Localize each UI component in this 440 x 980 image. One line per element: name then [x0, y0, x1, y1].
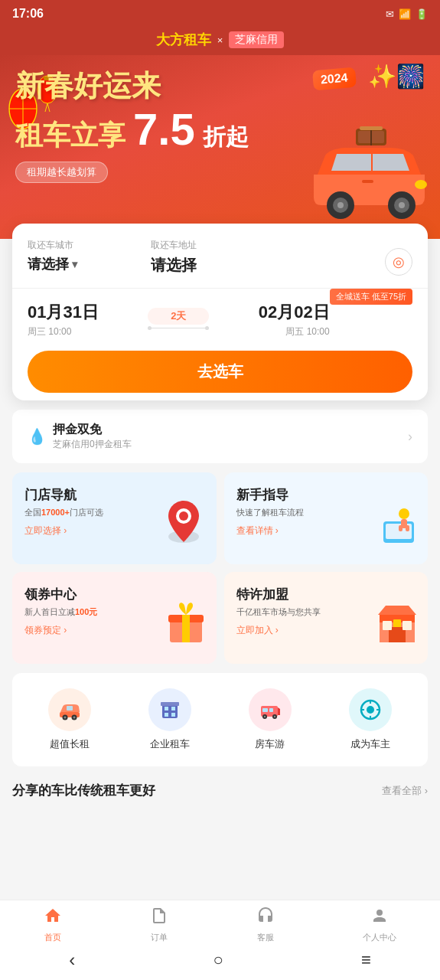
deposit-info: 💧 押金双免 芝麻信用0押金租车: [28, 422, 132, 451]
long-rent-label: 超值长租: [50, 737, 90, 751]
year-badge: 2024: [312, 67, 357, 91]
card-coupon[interactable]: 领券中心 新人首日立减100元 领券预定 ›: [12, 572, 217, 664]
nav-orders-label: 订单: [151, 932, 168, 943]
car-owner-icon: [349, 688, 392, 731]
section-more[interactable]: 查看全部 ›: [382, 784, 428, 798]
svg-rect-40: [403, 621, 412, 630]
status-icons: ✉ 📶 🔋: [386, 8, 428, 20]
banner-line1: 新春好运来: [15, 70, 249, 103]
car-owner-label: 成为车主: [350, 737, 390, 751]
svg-rect-31: [406, 525, 409, 531]
svg-rect-38: [393, 619, 401, 627]
partner-name: 芝麻信用: [229, 31, 284, 48]
battery-icon: 🔋: [416, 8, 428, 20]
quick-rv[interactable]: 房车游: [249, 688, 292, 751]
gps-button[interactable]: ◎: [385, 248, 412, 276]
start-date[interactable]: 01月31日 周三 10:00: [28, 301, 148, 338]
back-button[interactable]: ‹: [69, 949, 75, 971]
profile-icon: [370, 906, 389, 929]
card-franchise[interactable]: 特许加盟 千亿租车市场与您共享 立即加入 ›: [224, 572, 429, 664]
card-image: [161, 598, 210, 656]
city-value[interactable]: 请选择 ▾: [28, 255, 139, 273]
nav-home[interactable]: 首页: [44, 906, 62, 943]
svg-rect-46: [67, 706, 73, 710]
card-image: [372, 598, 422, 656]
quick-enterprise[interactable]: 企业租车: [148, 688, 191, 751]
orders-icon: [150, 906, 168, 929]
address-field[interactable]: 取还车地址 请选择: [151, 239, 373, 276]
search-form: 取还车城市 请选择 ▾ 取还车地址 请选择 ◎ 全城送车 低至75折 01月31…: [12, 224, 428, 400]
long-rent-icon: [48, 688, 91, 731]
svg-point-43: [64, 717, 67, 719]
deposit-text: 押金双免 芝麻信用0押金租车: [53, 422, 132, 451]
svg-rect-22: [362, 180, 373, 183]
nav-orders[interactable]: 订单: [150, 906, 168, 943]
nav-profile[interactable]: 个人中心: [363, 906, 396, 943]
system-bar: ‹ ○ ≡: [0, 946, 440, 980]
fireworks-decoration: ✨🎆: [368, 63, 425, 90]
address-label: 取还车地址: [151, 239, 373, 252]
car-illustration: [302, 125, 432, 227]
section-title: 分享的车比传统租车更好: [12, 782, 155, 799]
brand-bar: 大方租车 × 芝麻信用: [0, 28, 440, 55]
nav-home-label: 首页: [44, 932, 61, 943]
svg-point-28: [399, 508, 409, 519]
card-image: [372, 498, 422, 557]
svg-rect-55: [269, 708, 273, 712]
svg-point-45: [73, 717, 76, 719]
svg-rect-51: [171, 713, 175, 717]
banner-text: 新春好运来 租车立享 7.5 折起 租期越长越划算: [15, 70, 249, 183]
enterprise-label: 企业租车: [150, 737, 190, 751]
deposit-arrow: ›: [408, 429, 412, 445]
rv-label: 房车游: [255, 737, 285, 751]
city-dropdown-arrow: ▾: [72, 258, 77, 270]
quick-services: 超值长租 企业租车: [12, 673, 428, 766]
deposit-banner[interactable]: 💧 押金双免 芝麻信用0押金租车 ›: [12, 410, 428, 463]
card-guide[interactable]: 新手指导 快速了解租车流程 查看详情 ›: [224, 472, 429, 564]
service-icon: [256, 906, 275, 929]
promo-banner: 新春好运来 租车立享 7.5 折起 租期越长越划算 2024 ✨🎆: [0, 55, 440, 239]
end-date[interactable]: 02月02日 周五 10:00: [209, 301, 329, 338]
card-store-nav[interactable]: 门店导航 全国17000+门店可选 立即选择 ›: [12, 472, 217, 564]
status-time: 17:06: [12, 7, 44, 21]
bottom-nav: 首页 订单 客服 个人中心: [0, 900, 440, 946]
svg-rect-48: [165, 707, 168, 710]
nav-profile-label: 个人中心: [363, 932, 396, 943]
deposit-icon: 💧: [28, 427, 47, 446]
brand-name: 大方租车: [156, 31, 211, 49]
promo-badge: 全城送车 低至75折: [330, 289, 412, 305]
address-value[interactable]: 请选择: [151, 255, 373, 276]
svg-rect-39: [383, 621, 392, 630]
nav-service-label: 客服: [257, 932, 274, 943]
svg-point-59: [274, 716, 275, 717]
enterprise-icon: [148, 688, 191, 731]
status-bar: 17:06 ✉ 📶 🔋: [0, 0, 440, 28]
city-address-row: 取还车城市 请选择 ▾ 取还车地址 请选择 ◎: [28, 239, 412, 276]
quick-car-owner[interactable]: 成为车主: [349, 688, 392, 751]
home-button[interactable]: ○: [213, 950, 223, 970]
section-header: 分享的车比传统租车更好 查看全部 ›: [12, 776, 428, 805]
svg-rect-14: [360, 126, 383, 130]
banner-subtitle: 租期越长越划算: [15, 162, 108, 183]
svg-rect-34: [182, 615, 190, 642]
city-field[interactable]: 取还车城市 请选择 ▾: [28, 239, 139, 276]
svg-point-57: [264, 716, 266, 717]
nav-service[interactable]: 客服: [256, 906, 275, 943]
banner-line2: 租车立享 7.5 折起: [15, 103, 249, 156]
svg-point-20: [399, 202, 405, 208]
menu-button[interactable]: ≡: [361, 950, 371, 970]
svg-rect-52: [161, 702, 179, 706]
duration-badge: 2天: [148, 308, 209, 332]
search-button[interactable]: 去选车: [28, 351, 412, 393]
mail-icon: ✉: [386, 8, 394, 20]
signal-icon: 📶: [399, 8, 411, 20]
quick-long-rent[interactable]: 超值长租: [48, 688, 91, 751]
svg-point-17: [337, 202, 344, 208]
svg-point-61: [367, 706, 374, 714]
brand-connector: ×: [217, 34, 223, 46]
card-image: [157, 495, 210, 557]
home-icon: [44, 906, 62, 929]
city-label: 取还车城市: [28, 239, 139, 252]
svg-rect-50: [165, 713, 168, 717]
svg-rect-49: [171, 707, 175, 710]
